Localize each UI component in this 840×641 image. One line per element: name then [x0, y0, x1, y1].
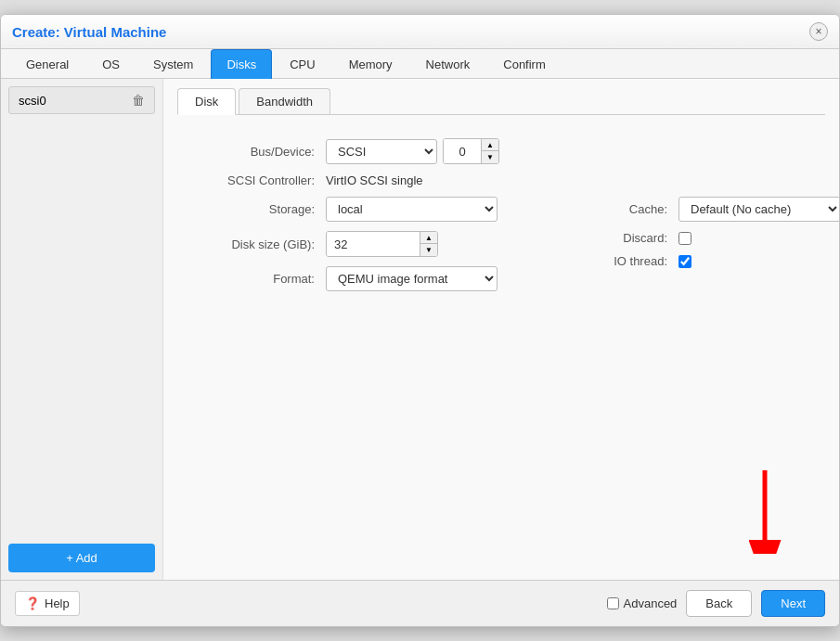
- help-label: Help: [45, 596, 70, 610]
- two-col-form: Storage: local local-lvm Disk size (GiB)…: [182, 197, 821, 301]
- disk-size-spinner: ▲ ▼: [326, 231, 438, 257]
- lun-down-button[interactable]: ▼: [482, 151, 498, 163]
- main-content: Disk Bandwidth Bus/Device: SCSI IDE SATA…: [163, 79, 839, 580]
- lun-spinner: ▲ ▼: [443, 138, 499, 164]
- disk-size-spinner-btns: ▲ ▼: [420, 232, 437, 256]
- bus-device-row: Bus/Device: SCSI IDE SATA VirtIO ▲: [182, 138, 821, 164]
- tab-os[interactable]: OS: [86, 49, 136, 79]
- io-thread-checkbox-wrapper: [678, 255, 691, 268]
- cache-row: Cache: Default (No cache) No cache Write…: [535, 197, 839, 222]
- storage-row: Storage: local local-lvm: [182, 197, 498, 222]
- delete-disk-icon[interactable]: 🗑: [132, 93, 145, 108]
- format-row: Format: QEMU image format Raw disk image…: [182, 266, 498, 291]
- lun-input[interactable]: [444, 139, 481, 163]
- arrow-svg: [742, 470, 788, 554]
- subtab-disk[interactable]: Disk: [177, 88, 236, 115]
- cache-label: Cache:: [535, 202, 678, 216]
- discard-label: Discard:: [535, 231, 678, 245]
- discard-checkbox[interactable]: [678, 232, 691, 245]
- tab-cpu[interactable]: CPU: [274, 49, 330, 79]
- disk-size-up-button[interactable]: ▲: [420, 232, 437, 244]
- close-button[interactable]: ×: [809, 22, 828, 41]
- create-vm-dialog: Create: Virtual Machine × General OS Sys…: [0, 14, 840, 627]
- sub-tabs: Disk Bandwidth: [177, 88, 825, 115]
- tab-network[interactable]: Network: [410, 49, 486, 79]
- tab-confirm[interactable]: Confirm: [487, 49, 562, 79]
- disk-size-down-button[interactable]: ▼: [420, 244, 437, 256]
- disk-size-input[interactable]: [327, 232, 420, 256]
- storage-label: Storage:: [182, 202, 326, 216]
- disk-size-label: Disk size (GiB):: [182, 237, 326, 251]
- advanced-text: Advanced: [624, 596, 678, 610]
- cache-select[interactable]: Default (No cache) No cache Write throug…: [678, 197, 839, 222]
- disk-size-row: Disk size (GiB): ▲ ▼: [182, 231, 498, 257]
- disk-item-label: scsi0: [19, 94, 46, 108]
- discard-checkbox-wrapper: [678, 232, 691, 245]
- help-icon: ❓: [25, 596, 40, 610]
- advanced-checkbox[interactable]: [607, 597, 619, 609]
- scsi-controller-value: VirtIO SCSI single: [326, 173, 423, 187]
- help-button[interactable]: ❓ Help: [15, 591, 80, 616]
- footer-left: ❓ Help: [15, 591, 80, 616]
- dialog-body: scsi0 🗑 + Add Disk Bandwidth Bus/Device:…: [1, 79, 839, 580]
- footer-right: Advanced Back Next: [607, 590, 825, 617]
- tab-disks[interactable]: Disks: [211, 49, 272, 79]
- lun-spinner-btns: ▲ ▼: [481, 139, 498, 163]
- sidebar: scsi0 🗑 + Add: [1, 79, 163, 580]
- bus-select[interactable]: SCSI IDE SATA VirtIO: [326, 139, 437, 164]
- tab-memory[interactable]: Memory: [333, 49, 408, 79]
- back-button[interactable]: Back: [686, 590, 752, 617]
- title-bar: Create: Virtual Machine ×: [1, 15, 839, 49]
- lun-up-button[interactable]: ▲: [482, 139, 498, 151]
- left-col: Storage: local local-lvm Disk size (GiB)…: [182, 197, 498, 301]
- dialog-footer: ❓ Help Advanced Back Next: [1, 580, 839, 626]
- discard-row: Discard:: [535, 231, 839, 245]
- bus-device-control: SCSI IDE SATA VirtIO ▲ ▼: [326, 138, 499, 164]
- list-item[interactable]: scsi0 🗑: [8, 86, 155, 114]
- right-col: Cache: Default (No cache) No cache Write…: [535, 197, 839, 301]
- storage-select[interactable]: local local-lvm: [326, 197, 498, 222]
- io-thread-label: IO thread:: [535, 254, 678, 268]
- scsi-controller-row: SCSI Controller: VirtIO SCSI single: [182, 173, 821, 187]
- bus-device-label: Bus/Device:: [182, 145, 326, 159]
- subtab-bandwidth[interactable]: Bandwidth: [239, 88, 330, 114]
- format-select[interactable]: QEMU image format Raw disk image VMDK: [326, 266, 498, 291]
- arrow-indicator: [742, 470, 788, 561]
- next-button[interactable]: Next: [761, 590, 825, 617]
- add-disk-button[interactable]: + Add: [8, 544, 155, 572]
- disk-form: Bus/Device: SCSI IDE SATA VirtIO ▲: [177, 129, 825, 310]
- format-label: Format:: [182, 272, 326, 286]
- tab-general[interactable]: General: [10, 49, 84, 79]
- tabs-bar: General OS System Disks CPU Memory Netwo…: [1, 49, 839, 79]
- scsi-controller-label: SCSI Controller:: [182, 173, 326, 187]
- io-thread-checkbox[interactable]: [678, 255, 691, 268]
- advanced-label[interactable]: Advanced: [607, 596, 678, 610]
- dialog-title: Create: Virtual Machine: [12, 24, 166, 40]
- io-thread-row: IO thread:: [535, 254, 839, 268]
- tab-system[interactable]: System: [137, 49, 209, 79]
